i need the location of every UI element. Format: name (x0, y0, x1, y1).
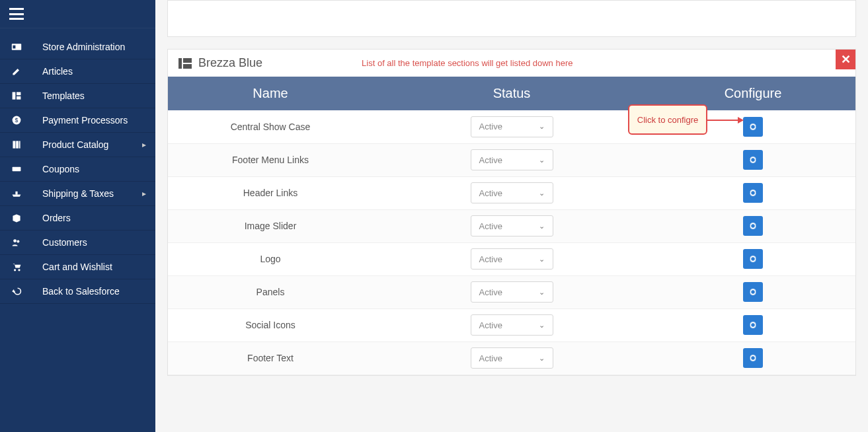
status-value: Active (479, 155, 502, 165)
svg-rect-7 (13, 141, 15, 148)
sidebar-item-label: Payment Processors (42, 115, 128, 126)
configure-button[interactable] (743, 216, 763, 236)
status-value: Active (479, 353, 502, 363)
svg-rect-1 (13, 46, 15, 49)
sidebar-item-label: Back to Salesforce (42, 286, 120, 297)
configure-button[interactable] (743, 348, 763, 368)
panel-subtitle: List of all the template sections will g… (362, 58, 572, 68)
col-header-name: Name (168, 77, 373, 110)
close-icon: ✕ (841, 52, 851, 67)
svg-rect-18 (183, 64, 192, 69)
configure-button[interactable] (743, 315, 763, 335)
svg-rect-4 (17, 96, 20, 100)
sidebar-item-payment-processors[interactable]: $Payment Processors (0, 108, 155, 133)
status-value: Active (479, 320, 502, 330)
gear-icon (748, 254, 758, 264)
sidebar-item-label: Cart and Wishlist (42, 262, 112, 272)
configure-button[interactable] (743, 249, 763, 269)
configure-button[interactable] (743, 150, 763, 170)
table-row: LogoActive⌄ (168, 242, 855, 275)
status-select[interactable]: Active⌄ (471, 116, 553, 137)
sidebar-item-label: Product Catalog (42, 139, 108, 150)
callout-tooltip: Click to configre (628, 104, 707, 135)
section-name: Social Icons (168, 308, 373, 342)
template-sections-panel: Brezza Blue List of all the template sec… (167, 49, 856, 376)
configure-button[interactable] (743, 183, 763, 203)
sidebar-item-customers[interactable]: Customers (0, 231, 155, 255)
sidebar-item-label: Customers (42, 237, 87, 248)
callout-arrow-icon (707, 116, 744, 124)
col-header-status: Status (373, 77, 651, 110)
table-row: PanelsActive⌄ (168, 275, 855, 308)
status-select[interactable]: Active⌄ (471, 215, 553, 236)
chevron-down-icon: ⌄ (539, 255, 545, 264)
sidebar-item-coupons[interactable]: Coupons (0, 157, 155, 182)
sidebar-item-shipping-taxes[interactable]: Shipping & Taxes▸ (0, 182, 155, 206)
table-row: Social IconsActive⌄ (168, 308, 855, 342)
configure-cell (651, 275, 855, 308)
close-button[interactable]: ✕ (836, 50, 855, 69)
status-cell: Active⌄ (373, 308, 651, 342)
sidebar-item-label: Articles (42, 66, 73, 77)
svg-rect-9 (19, 141, 20, 148)
gear-icon (748, 188, 758, 198)
sidebar-item-product-catalog[interactable]: Product Catalog▸ (0, 133, 155, 157)
status-value: Active (479, 122, 502, 131)
section-name: Image Slider (168, 209, 373, 242)
section-name: Panels (168, 275, 373, 308)
status-select[interactable]: Active⌄ (471, 281, 553, 303)
sidebar-item-templates[interactable]: Templates (0, 84, 155, 108)
chevron-down-icon: ⌄ (539, 189, 545, 198)
sidebar: Store AdministrationArticlesTemplates$Pa… (0, 0, 155, 432)
panel-title: Brezza Blue (198, 56, 262, 70)
status-select[interactable]: Active⌄ (471, 347, 553, 369)
configure-cell (651, 209, 855, 242)
hamburger-icon (9, 8, 24, 20)
chevron-down-icon: ⌄ (539, 222, 545, 231)
sidebar-item-orders[interactable]: Orders (0, 206, 155, 231)
svg-text:$: $ (15, 117, 19, 124)
section-name: Logo (168, 242, 373, 275)
sidebar-item-label: Shipping & Taxes (42, 188, 114, 199)
svg-rect-8 (16, 141, 19, 148)
chevron-down-icon: ⌄ (539, 288, 545, 297)
sidebar-item-back-to-salesforce[interactable]: Back to Salesforce (0, 279, 155, 304)
status-value: Active (479, 287, 502, 297)
panel-header: Brezza Blue List of all the template sec… (168, 50, 855, 77)
sidebar-item-store-administration[interactable]: Store Administration (0, 35, 155, 59)
status-cell: Active⌄ (373, 275, 651, 308)
top-spacer-panel (167, 0, 856, 37)
callout-text: Click to configre (637, 115, 698, 125)
svg-point-13 (17, 240, 19, 242)
sidebar-item-label: Templates (42, 90, 85, 101)
section-name: Header Links (168, 176, 373, 209)
chevron-down-icon: ⌄ (539, 156, 545, 164)
configure-button[interactable] (743, 282, 763, 302)
status-select[interactable]: Active⌄ (471, 314, 553, 336)
sidebar-item-articles[interactable]: Articles (0, 59, 155, 84)
status-select[interactable]: Active⌄ (471, 149, 553, 170)
status-value: Active (479, 221, 502, 231)
table-row: Image SliderActive⌄ (168, 209, 855, 242)
section-name: Footer Text (168, 342, 373, 375)
svg-rect-16 (178, 58, 182, 69)
chevron-down-icon: ⌄ (539, 122, 545, 131)
table-row: Footer TextActive⌄ (168, 342, 855, 375)
status-select[interactable]: Active⌄ (471, 248, 553, 270)
sidebar-item-cart-and-wishlist[interactable]: Cart and Wishlist (0, 255, 155, 279)
hamburger-button[interactable] (0, 0, 155, 28)
status-value: Active (479, 254, 502, 264)
status-value: Active (479, 188, 502, 198)
section-name: Footer Menu Links (168, 143, 373, 176)
status-cell: Active⌄ (373, 176, 651, 209)
svg-rect-11 (15, 192, 17, 195)
configure-cell (651, 342, 855, 375)
svg-rect-3 (17, 92, 20, 95)
status-select[interactable]: Active⌄ (471, 182, 553, 203)
gear-icon (748, 320, 758, 330)
gear-icon (748, 287, 758, 297)
svg-rect-17 (183, 58, 192, 63)
configure-cell (651, 143, 855, 176)
configure-button[interactable] (743, 117, 763, 137)
chevron-right-icon: ▸ (142, 140, 146, 149)
